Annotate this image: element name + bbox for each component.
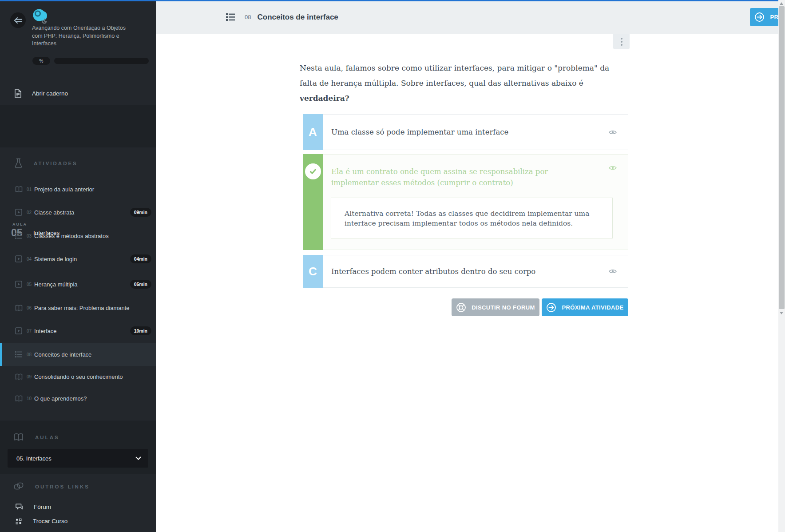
activity-label: Projeto da aula anterior: [34, 186, 94, 193]
open-notebook-button[interactable]: Abrir caderno: [0, 82, 156, 104]
activity-number: 01: [27, 187, 34, 192]
video-icon: [15, 327, 23, 334]
list-icon: [226, 13, 235, 21]
arrow-left-icon: [14, 17, 23, 24]
flask-icon: [15, 158, 22, 168]
book-icon: [15, 186, 23, 193]
lesson-select-dropdown[interactable]: 05. Interfaces: [8, 449, 148, 468]
option-b-correct[interactable]: Ela é um contrato onde quem assina se re…: [303, 154, 628, 250]
list-icon: [15, 351, 23, 357]
link-icon: [14, 482, 24, 491]
activities-section-label: ATIVIDADES: [34, 161, 78, 166]
activity-number: 09: [27, 374, 34, 379]
scroll-up-icon[interactable]: [780, 2, 783, 5]
kebab-dot: [621, 41, 622, 43]
activity-label: Conceitos de interface: [34, 351, 91, 358]
eye-icon[interactable]: [609, 165, 617, 171]
book-icon: [15, 395, 23, 402]
book-icon: [15, 305, 23, 311]
activity-label: Interface: [34, 328, 57, 334]
discuss-forum-button[interactable]: DISCUTIR NO FORUM: [452, 298, 539, 316]
scroll-down-icon[interactable]: [780, 312, 783, 314]
course-title: Avançando com Orientação a Objetos com P…: [32, 24, 132, 48]
activity-number: 10: [27, 396, 34, 401]
open-notebook-label: Abrir caderno: [32, 90, 68, 97]
footer-actions: DISCUTIR NO FORUM PRÓXIMA ATIVIDADE: [303, 298, 628, 316]
chat-icon: [16, 504, 23, 510]
activity-label: Para saber mais: Problema diamante: [34, 305, 130, 311]
activity-number: 06: [27, 306, 34, 310]
answer-options: A Uma classe só pode implementar uma int…: [303, 114, 628, 288]
duration-badge: 09min: [130, 208, 151, 217]
forum-label: Fórum: [34, 504, 51, 510]
activity-label: Classe abstrata: [34, 209, 74, 216]
course-mascot-icon: [32, 8, 50, 27]
back-button[interactable]: [10, 12, 26, 28]
activity-number: 08: [245, 14, 251, 20]
duration-badge: 04min: [130, 254, 151, 263]
lessons-section-header: AULAS: [14, 433, 59, 441]
sidebar-item-02-classe-abstrata[interactable]: 02 Classe abstrata 09min: [0, 201, 156, 224]
scrollbar-thumb[interactable]: [779, 6, 785, 309]
duration-badge: 05min: [130, 280, 151, 289]
more-options-menu[interactable]: [613, 34, 630, 49]
change-course-label: Trocar Curso: [33, 518, 67, 524]
question-bold: verdadeira?: [300, 94, 349, 103]
other-links-section-label: OUTROS LINKS: [35, 484, 90, 489]
activity-label: Classes e métodos abstratos: [34, 233, 109, 239]
option-c-text: Interfaces podem conter atributos dentro…: [331, 267, 535, 276]
option-marker: [303, 154, 323, 250]
kebab-dot: [621, 38, 622, 40]
other-links-section-header: OUTROS LINKS: [14, 482, 90, 491]
eye-icon[interactable]: [609, 269, 617, 274]
lesson-select-value: 05. Interfaces: [16, 455, 52, 462]
option-letter: A: [303, 114, 323, 150]
video-icon: [15, 281, 23, 288]
eye-icon[interactable]: [609, 130, 617, 135]
activity-number: 02: [27, 210, 34, 215]
sidebar: Avançando com Orientação a Objetos com P…: [0, 0, 156, 532]
document-icon: [15, 89, 21, 98]
discuss-forum-label: DISCUTIR NO FORUM: [472, 304, 535, 311]
sidebar-item-10-o-que-aprendemos[interactable]: 10 O que aprendemos?: [0, 387, 156, 410]
top-progress-line: [0, 0, 778, 1]
open-book-icon: [14, 433, 24, 441]
forum-link[interactable]: Fórum: [0, 500, 156, 514]
activity-number: 04: [27, 257, 34, 262]
duration-badge: 10min: [130, 326, 151, 335]
check-icon: [305, 163, 321, 179]
sidebar-item-03-classes-e-metodos-abstratos[interactable]: 03 Classes e métodos abstratos: [0, 224, 156, 247]
activity-number: 05: [27, 282, 34, 287]
video-icon: [15, 255, 23, 262]
activity-number: 08: [27, 352, 34, 357]
answer-feedback: Alternativa correta! Todas as classes qu…: [331, 198, 613, 238]
sidebar-item-05-heranca-multipla[interactable]: 05 Herança múltipla 05min: [0, 273, 156, 296]
sidebar-item-06-para-saber-mais[interactable]: 06 Para saber mais: Problema diamante: [0, 296, 156, 319]
option-a[interactable]: A Uma classe só pode implementar uma int…: [303, 114, 628, 150]
option-c[interactable]: C Interfaces podem conter atributos dent…: [303, 255, 628, 288]
chevron-down-icon: [135, 457, 141, 460]
option-b-text: Ela é um contrato onde quem assina se re…: [331, 166, 580, 188]
sidebar-item-08-conceitos-de-interface[interactable]: 08 Conceitos de interface: [0, 343, 156, 366]
question-text: Nesta aula, falamos sobre como utilizar …: [300, 60, 617, 106]
progress-percentage-badge: %: [32, 57, 50, 65]
arrow-right-circle-icon: [754, 12, 765, 22]
activity-number: 07: [27, 329, 34, 333]
sidebar-item-04-sistema-de-login[interactable]: 04 Sistema de login 04min: [0, 247, 156, 270]
vertical-scrollbar[interactable]: [778, 0, 785, 532]
lifebuoy-icon: [456, 302, 466, 313]
activity-header: 08 Conceitos de interface PRÓXIMA ATIVID…: [156, 0, 778, 34]
kebab-dot: [621, 44, 622, 46]
next-activity-button-bottom[interactable]: PRÓXIMA ATIVIDADE: [542, 298, 628, 316]
activity-number: 03: [27, 234, 34, 238]
activity-label: Herança múltipla: [34, 281, 78, 288]
change-course-link[interactable]: Trocar Curso: [0, 514, 156, 528]
course-progress-bar: [54, 58, 149, 64]
list-icon: [15, 233, 23, 239]
sidebar-item-09-consolidando[interactable]: 09 Consolidando o seu conhecimento: [0, 365, 156, 388]
book-icon: [15, 373, 23, 380]
sidebar-item-07-interface[interactable]: 07 Interface 10min: [0, 319, 156, 342]
current-lesson-block: AULA 05 Interfaces: [0, 105, 156, 147]
page-title: Conceitos de interface: [257, 13, 338, 22]
sidebar-item-01-projeto-da-aula-anterior[interactable]: 01 Projeto da aula anterior: [0, 178, 156, 201]
